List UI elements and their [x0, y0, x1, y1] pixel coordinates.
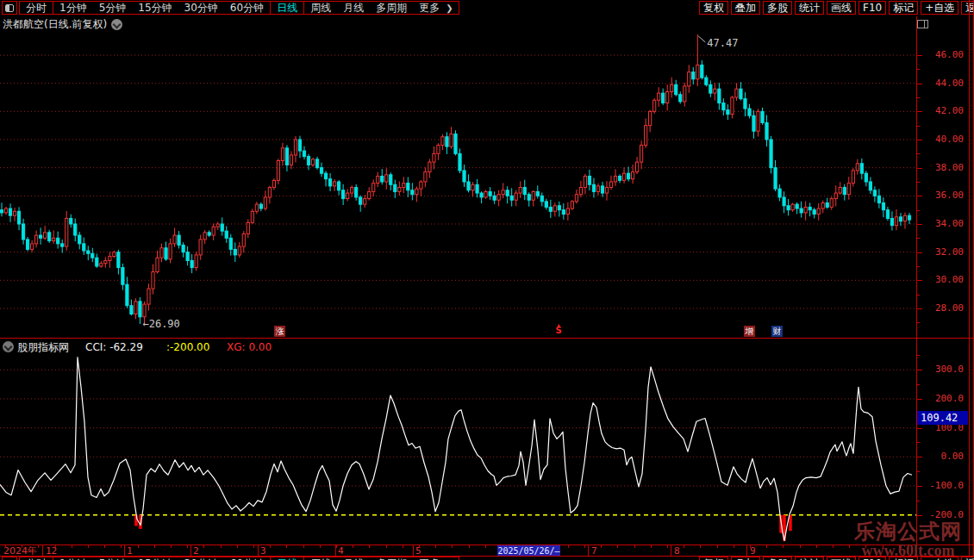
axis-tick — [916, 111, 922, 112]
right-scroll-strip[interactable] — [969, 0, 974, 560]
price-axis-label: 40.00 — [919, 134, 964, 145]
axis-value-box: 109.42 — [917, 411, 968, 425]
time-axis-tick — [634, 545, 635, 548]
period-tab-multi-period[interactable]: 多周期 — [370, 2, 413, 14]
time-axis-tick — [171, 545, 172, 548]
axis-tick — [916, 84, 922, 84]
layout-button — [2, 557, 17, 560]
axis-minor-tick — [916, 266, 920, 267]
news-badge-3[interactable]: 财 — [771, 326, 783, 337]
price-axis-label: 36.00 — [919, 190, 964, 201]
axis-minor-tick — [916, 501, 920, 501]
time-axis-tick — [121, 545, 122, 548]
axis-minor-tick — [916, 210, 920, 211]
time-axis-tick — [320, 545, 321, 548]
price-axis-label: 28.00 — [919, 303, 964, 314]
panel-divider — [0, 338, 974, 339]
period-tab-monthly[interactable]: 月线 — [337, 2, 370, 14]
watermark-cn: 乐淘公式网 — [854, 520, 962, 543]
candlestick-chart[interactable]: 47.47←26.90 — [0, 22, 916, 338]
adjust-button: 复权 — [699, 557, 728, 560]
time-axis-tick — [766, 545, 767, 548]
time-axis-tick — [833, 545, 834, 548]
time-axis-tick — [138, 545, 139, 548]
time-axis-tick — [369, 545, 370, 548]
period-tab-weekly[interactable]: 周线 — [304, 2, 337, 14]
chevron-right-icon[interactable]: ❯ — [446, 3, 458, 13]
time-axis-tick — [253, 545, 254, 548]
axis-tick — [916, 224, 922, 225]
period-tab-more[interactable]: 更多 — [413, 2, 446, 14]
time-axis-tick — [667, 545, 668, 548]
add-watchlist-button[interactable]: +自选 — [921, 1, 958, 15]
time-axis-tick — [270, 545, 271, 548]
cci-indicator-chart[interactable] — [0, 339, 916, 544]
f10-button[interactable]: F10 — [858, 1, 886, 15]
time-axis-tick — [750, 545, 751, 548]
period-tab-60min[interactable]: 60分钟 — [224, 2, 270, 14]
axis-tick — [916, 55, 922, 56]
axis-tick — [916, 486, 922, 487]
adjust-button[interactable]: 复权 — [699, 1, 728, 15]
mark-button[interactable]: 标记 — [889, 1, 918, 15]
draw-line-button: 画线 — [827, 557, 856, 560]
price-axis-label: 30.00 — [919, 275, 964, 285]
stats-button[interactable]: 统计 — [795, 1, 824, 15]
price-axis-label: 38.00 — [919, 163, 964, 173]
news-badge-0[interactable]: 涨 — [274, 326, 285, 337]
stock-app-window: 分时1分钟5分钟15分钟30分钟60分钟日线周线月线多周期更多❯ 复权叠加多股统… — [0, 0, 974, 560]
axis-minor-tick — [916, 153, 920, 154]
time-axis-tick — [403, 545, 403, 548]
period-tab-15min[interactable]: 15分钟 — [132, 2, 178, 14]
axis-tick — [916, 280, 922, 281]
overlay-button[interactable]: 叠加 — [731, 1, 760, 15]
news-badge-2[interactable]: 增 — [744, 326, 755, 337]
price-axis-label: 42.00 — [919, 106, 964, 116]
time-axis-tick — [221, 545, 222, 548]
time-axis-tick — [584, 545, 585, 548]
period-tab-timeshare[interactable]: 分时 — [20, 2, 53, 14]
axis-minor-tick — [916, 384, 920, 385]
period-tab-5min[interactable]: 5分钟 — [93, 2, 133, 14]
period-tab-30min[interactable]: 30分钟 — [178, 2, 224, 14]
multi-stock-button: 多股 — [763, 557, 792, 560]
price-axis-label: 34.00 — [919, 219, 964, 229]
time-axis-tick — [303, 545, 304, 548]
axis-minor-tick — [916, 238, 920, 239]
split-pane-icon — [5, 4, 14, 12]
axis-minor-tick — [916, 69, 920, 70]
time-axis-tick — [336, 545, 337, 548]
time-axis-tick — [816, 545, 817, 548]
time-axis-tick — [237, 545, 238, 548]
top-toolbar: 分时1分钟5分钟15分钟30分钟60分钟日线周线月线多周期更多❯ 复权叠加多股统… — [0, 0, 974, 16]
axis-minor-tick — [916, 442, 920, 443]
toolbar-right-buttons: 复权叠加多股统计画线F10标记+自选返回 — [699, 1, 974, 15]
back-button: 返回 — [961, 557, 974, 560]
time-axis-tick — [386, 545, 387, 548]
multi-stock-button[interactable]: 多股 — [763, 1, 792, 15]
axis-minor-tick — [916, 295, 920, 296]
axis-tick — [916, 399, 922, 400]
period-tab-daily[interactable]: 日线 — [271, 2, 303, 14]
overlay-button: 叠加 — [731, 557, 760, 560]
draw-line-button[interactable]: 画线 — [827, 1, 856, 15]
axis-minor-tick — [916, 182, 920, 183]
time-axis-tick — [353, 545, 353, 548]
time-axis-tick — [601, 545, 602, 548]
time-axis-tick — [849, 545, 850, 548]
price-axis-label: 46.00 — [919, 50, 964, 60]
period-tab-1min[interactable]: 1分钟 — [53, 2, 93, 14]
axis-minor-tick — [916, 471, 920, 472]
time-axis-tick — [187, 545, 188, 548]
time-axis-tick — [452, 545, 453, 548]
axis-tick — [916, 370, 922, 370]
layout-button[interactable] — [2, 1, 17, 15]
time-axis-tick — [568, 545, 569, 548]
time-axis-tick — [88, 545, 89, 548]
window-restore-icon[interactable] — [917, 20, 928, 28]
time-axis-tick — [783, 545, 784, 548]
axis-tick — [916, 140, 922, 140]
signal-s-marker[interactable]: ▴S — [553, 322, 564, 334]
stats-button: 统计 — [795, 557, 824, 560]
axis-tick — [916, 308, 922, 309]
